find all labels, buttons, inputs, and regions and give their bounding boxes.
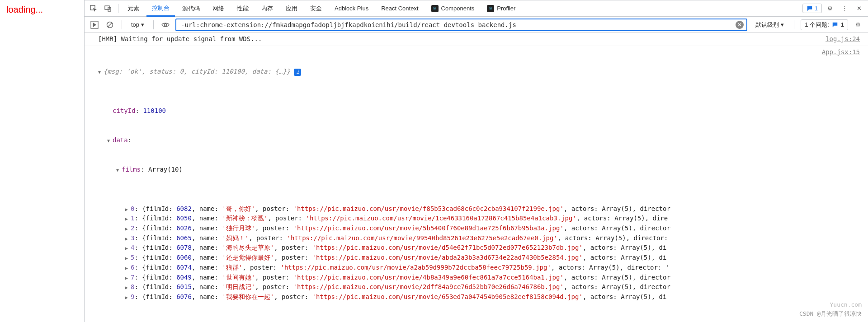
- svg-point-5: [165, 23, 167, 26]
- film-row[interactable]: 5: {filmId: 6060, name: '还是觉得你最好', poste…: [98, 253, 822, 263]
- divider: [122, 20, 122, 29]
- close-icon[interactable]: ✕: [853, 2, 865, 15]
- execute-icon[interactable]: [89, 19, 100, 30]
- film-row[interactable]: 7: {filmId: 6049, name: '世间有她', poster: …: [98, 273, 822, 283]
- loading-text: loading...: [6, 5, 78, 15]
- tab-0[interactable]: 元素: [122, 0, 145, 17]
- react-icon: ⚛: [487, 5, 494, 12]
- chevron-down-icon: ▾: [781, 21, 784, 28]
- message-icon: [807, 5, 813, 12]
- tab-7[interactable]: 安全: [305, 0, 327, 17]
- tab-9[interactable]: React Context: [376, 0, 424, 17]
- divider: [794, 20, 794, 29]
- tab-8[interactable]: Adblock Plus: [329, 0, 374, 17]
- film-row[interactable]: 6: {filmId: 6074, name: '狼群', poster: 'h…: [98, 263, 822, 273]
- log-message: [HMR] Waiting for update signal from WDS…: [98, 34, 826, 44]
- message-icon: [832, 22, 838, 28]
- page-content: loading...: [0, 0, 84, 322]
- prop-data[interactable]: data:: [98, 135, 822, 145]
- tab-profiler[interactable]: ⚛Profiler: [481, 0, 521, 17]
- film-row[interactable]: 3: {filmId: 6065, name: '妈妈！', poster: '…: [98, 233, 822, 243]
- clear-console-icon[interactable]: [104, 19, 115, 30]
- divider: [153, 20, 154, 29]
- svg-rect-1: [105, 6, 109, 9]
- film-row[interactable]: 1: {filmId: 6050, name: '新神榜：杨戬', poster…: [98, 214, 822, 224]
- source-link[interactable]: App.jsx:15: [822, 47, 863, 322]
- info-icon[interactable]: i: [294, 69, 301, 76]
- tab-1[interactable]: 控制台: [146, 0, 175, 17]
- more-icon[interactable]: ⋮: [838, 2, 851, 15]
- object-preview[interactable]: {msg: 'ok', status: 0, cityId: 110100, d…: [98, 67, 822, 77]
- source-link[interactable]: log.js:24: [826, 34, 863, 44]
- messages-badge[interactable]: 1: [802, 4, 822, 13]
- devtools-panel: 元素控制台源代码网络性能内存应用安全Adblock PlusReact Cont…: [84, 0, 868, 322]
- context-selector[interactable]: top ▾: [128, 21, 147, 28]
- log-level-selector[interactable]: 默认级别 ▾: [752, 21, 788, 29]
- react-icon: ⚛: [431, 5, 439, 12]
- chevron-down-icon: ▾: [141, 21, 144, 28]
- divider: [118, 4, 118, 13]
- watermark: Yuucn.com: [830, 300, 862, 309]
- film-row[interactable]: 8: {filmId: 6015, name: '明日战记', poster: …: [98, 282, 822, 292]
- tab-3[interactable]: 网络: [207, 0, 230, 17]
- console-toolbar: top ▾ ✕ 默认级别 ▾ 1 个问题: 1 ⚙: [85, 17, 868, 33]
- film-row[interactable]: 9: {filmId: 6076, name: '我要和你在一起', poste…: [98, 292, 822, 302]
- watermark: CSDN @月光晒了很凉快: [799, 309, 862, 318]
- film-row[interactable]: 0: {filmId: 6082, name: '哥，你好', poster: …: [98, 204, 822, 214]
- film-row[interactable]: 2: {filmId: 6026, name: '独行月球', poster: …: [98, 224, 822, 233]
- console-output: [HMR] Waiting for update signal from WDS…: [85, 33, 868, 322]
- filter-input-wrap: ✕: [175, 19, 747, 31]
- eye-icon[interactable]: [160, 19, 171, 30]
- filter-input[interactable]: [181, 21, 736, 28]
- log-row: [HMR] Waiting for update signal from WDS…: [85, 33, 868, 46]
- tab-6[interactable]: 应用: [280, 0, 303, 17]
- settings-icon[interactable]: ⚙: [824, 2, 836, 15]
- tab-components[interactable]: ⚛Components: [426, 0, 480, 17]
- prop-films[interactable]: films: Array(10): [98, 165, 822, 175]
- clear-filter-icon[interactable]: ✕: [736, 21, 744, 29]
- console-settings-icon[interactable]: ⚙: [853, 19, 863, 30]
- issues-button[interactable]: 1 个问题: 1: [801, 19, 848, 30]
- tab-4[interactable]: 性能: [231, 0, 254, 17]
- log-row: {msg: 'ok', status: 0, cityId: 110100, d…: [85, 46, 868, 322]
- tab-5[interactable]: 内存: [256, 0, 278, 17]
- tab-2[interactable]: 源代码: [177, 0, 205, 17]
- inspect-icon[interactable]: [87, 2, 100, 15]
- film-row[interactable]: 4: {filmId: 6078, name: '海的尽头是草原', poste…: [98, 243, 822, 253]
- device-toggle-icon[interactable]: [102, 2, 114, 15]
- devtools-tabs: 元素控制台源代码网络性能内存应用安全Adblock PlusReact Cont…: [85, 0, 868, 17]
- prop-cityId[interactable]: cityId: 110100: [98, 106, 822, 116]
